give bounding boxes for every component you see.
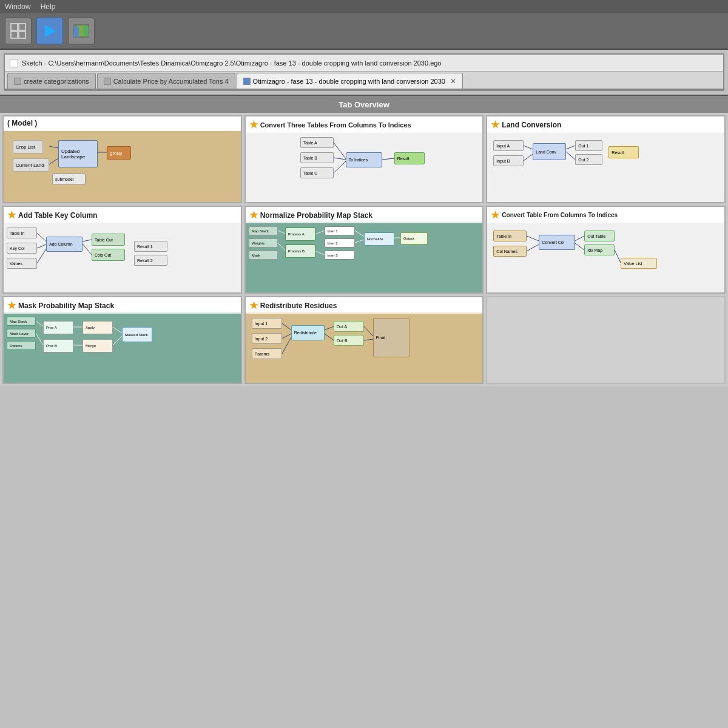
cell-header-5: ★ Convert Table From Columns To Indices: [487, 207, 724, 223]
tab-label-1: Calculate Price by Accumulated Tons 4: [113, 78, 229, 85]
tab-icon-0: [14, 78, 21, 85]
thumbnail-7: Input 1 Input 2 Params Redistribute Out …: [246, 312, 483, 383]
thumbnail-5: Table In Col Names Convert Col Out Table…: [487, 221, 724, 292]
overview-cell-2[interactable]: ★ Land Conversion Input A Input B Land C…: [486, 115, 726, 203]
thumbnail-0: Crop List Current Land UpdatedLandscape …: [4, 131, 241, 202]
overview-cell-4[interactable]: ★ Normalize Probability Map Stack Map St…: [244, 206, 484, 294]
svg-marker-4: [45, 25, 56, 37]
tab-icon-2: [243, 78, 251, 85]
tab-1[interactable]: Calculate Price by Accumulated Tons 4: [97, 73, 235, 89]
tab-overview-header: Tab Overview: [0, 95, 728, 113]
sketch-window: Sketch - C:\Users\hermann\Documents\Test…: [4, 53, 724, 91]
overview-cell-7[interactable]: ★ Redistribute Residues Input 1 Input 2 …: [244, 296, 484, 384]
star-icon-3: ★: [7, 209, 16, 221]
cell-label-4: Normalize Probability Map Stack: [260, 211, 372, 220]
menu-help[interactable]: Help: [41, 2, 56, 11]
cell-label-1: Convert Three Tables From Columns To Ind…: [260, 121, 411, 129]
cell-label-0: ( Model ): [7, 119, 37, 127]
tab-label-2: Otimizagro - fase 13 - double cropping w…: [253, 78, 445, 85]
star-icon-5: ★: [491, 209, 499, 221]
map-button[interactable]: [68, 18, 95, 44]
overview-cell-0[interactable]: ( Model ) Crop List Current Land Updated…: [2, 115, 242, 203]
cell-label-3: Add Table Key Column: [18, 211, 97, 220]
tabs-bar: create categorizations Calculate Price b…: [5, 72, 723, 90]
overview-cell-empty: [486, 296, 726, 384]
sketch-title-icon: [10, 59, 18, 67]
menu-window[interactable]: Window: [5, 2, 31, 11]
svg-rect-3: [19, 32, 25, 38]
star-icon-1: ★: [249, 119, 258, 130]
svg-rect-0: [11, 24, 18, 30]
cell-label-6: Mask Probability Map Stack: [18, 302, 114, 310]
sketch-title: Sketch - C:\Users\hermann\Documents\Test…: [5, 55, 723, 72]
overview-grid: ( Model ) Crop List Current Land Updated…: [0, 113, 728, 386]
bottom-spacer: [0, 386, 728, 417]
svg-rect-1: [19, 24, 25, 30]
cell-header-2: ★ Land Conversion: [487, 116, 724, 133]
svg-rect-2: [11, 32, 18, 38]
star-icon-2: ★: [491, 119, 499, 130]
tab-overview-title: Tab Overview: [339, 100, 389, 109]
cell-header-4: ★ Normalize Probability Map Stack: [246, 207, 483, 223]
toolbar: [0, 13, 728, 50]
thumbnail-2: Input A Input B Land Conv Out 1 Out 2 Re…: [487, 131, 724, 202]
sketch-title-text: Sketch - C:\Users\hermann\Documents\Test…: [22, 59, 442, 67]
tab-0[interactable]: create categorizations: [7, 73, 96, 89]
star-icon-4: ★: [249, 209, 258, 221]
thumbnail-1: Table A Table B Table C To Indices Resul…: [246, 131, 483, 202]
cell-label-5: Convert Table From Columns To Indices: [502, 212, 618, 218]
cell-header-0: ( Model ): [4, 116, 241, 130]
overview-cell-6[interactable]: ★ Mask Probability Map Stack Map Stack M…: [2, 296, 242, 384]
tab-icon-1: [104, 78, 111, 85]
cell-label-2: Land Conversion: [502, 121, 561, 129]
tab-label-0: create categorizations: [24, 78, 89, 85]
cell-label-7: Redistribute Residues: [260, 302, 337, 310]
thumbnail-3: Table In Key Col Values Add Column Table…: [4, 221, 241, 292]
grid-button[interactable]: [5, 18, 32, 44]
star-icon-7: ★: [249, 300, 258, 311]
play-button[interactable]: [36, 18, 63, 44]
thumbnail-4: Map Stack Weights Mask Process A Process…: [246, 221, 483, 292]
cell-header-1: ★ Convert Three Tables From Columns To I…: [246, 116, 483, 133]
tab-2[interactable]: Otimizagro - fase 13 - double cropping w…: [237, 73, 463, 89]
menu-bar: Window Help: [0, 0, 728, 13]
cell-header-3: ★ Add Table Key Column: [4, 207, 241, 223]
overview-cell-3[interactable]: ★ Add Table Key Column Table In Key Col …: [2, 206, 242, 294]
thumbnail-6: Map Stack Mask Layer Options Proc A Proc…: [4, 312, 241, 383]
cell-header-6: ★ Mask Probability Map Stack: [4, 297, 241, 314]
overview-cell-5[interactable]: ★ Convert Table From Columns To Indices …: [486, 206, 726, 294]
cell-header-7: ★ Redistribute Residues: [246, 297, 483, 314]
star-icon-6: ★: [7, 300, 16, 311]
overview-cell-1[interactable]: ★ Convert Three Tables From Columns To I…: [244, 115, 484, 203]
tab-close-2[interactable]: ✕: [450, 77, 456, 86]
